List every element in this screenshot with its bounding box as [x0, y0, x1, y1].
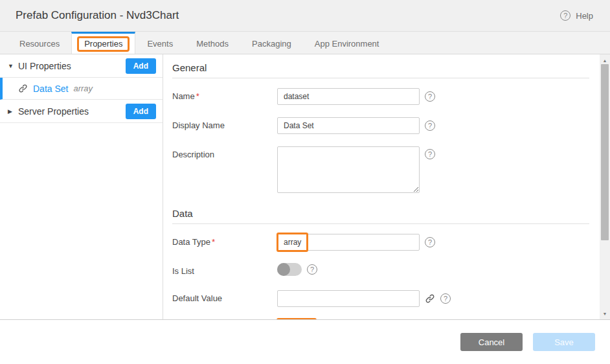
tab-app-environment[interactable]: App Environment — [303, 32, 391, 54]
sidebar-section-server-properties[interactable]: ▶ Server Properties Add — [0, 100, 163, 123]
properties-sidebar: ▼ UI Properties Add Data Set array ▶ Ser… — [0, 54, 163, 319]
cancel-button[interactable]: Cancel — [460, 333, 523, 351]
default-value-label: Default Value — [172, 290, 277, 303]
data-set-item-type: array — [73, 84, 93, 93]
caret-right-icon: ▶ — [8, 108, 18, 115]
dialog-body: ▼ UI Properties Add Data Set array ▶ Ser… — [0, 54, 610, 320]
data-type-label: Data Type* — [172, 234, 277, 247]
display-name-input[interactable] — [277, 117, 420, 134]
tab-packaging[interactable]: Packaging — [240, 32, 303, 54]
property-form: General Name* ? Display Name ? Descripti — [163, 54, 600, 319]
scroll-down-arrow-icon[interactable]: ▼ — [600, 309, 610, 318]
tab-events[interactable]: Events — [135, 32, 185, 54]
default-value-input[interactable] — [277, 290, 420, 307]
vertical-scrollbar[interactable]: ▲ ▼ — [600, 54, 610, 319]
tab-methods[interactable]: Methods — [185, 32, 240, 54]
caret-down-icon: ▼ — [8, 63, 18, 69]
is-list-row: Is List ? — [172, 263, 589, 276]
is-list-toggle[interactable] — [277, 263, 302, 276]
title-bar: Prefab Configuration - Nvd3Chart ? Help — [0, 0, 610, 32]
help-link[interactable]: ? Help — [560, 10, 593, 21]
required-asterisk: * — [196, 91, 199, 101]
add-ui-property-button[interactable]: Add — [126, 58, 156, 74]
data-type-row: Data Type* ? — [172, 234, 589, 251]
default-value-row: Default Value ? — [172, 290, 589, 307]
sidebar-section-ui-properties[interactable]: ▼ UI Properties Add — [0, 54, 163, 78]
description-help-icon[interactable]: ? — [425, 149, 435, 159]
description-row: Description ? — [172, 146, 589, 193]
sidebar-item-data-set[interactable]: Data Set array — [0, 78, 163, 100]
required-asterisk: * — [212, 237, 215, 247]
name-row: Name* ? — [172, 88, 589, 105]
bind-link-icon[interactable] — [425, 293, 435, 304]
general-section-heading: General — [172, 62, 589, 78]
display-name-label: Display Name — [172, 117, 277, 130]
prefab-configuration-dialog: Prefab Configuration - Nvd3Chart ? Help … — [0, 0, 610, 364]
data-section-heading: Data — [172, 208, 589, 224]
dialog-title: Prefab Configuration - Nvd3Chart — [16, 9, 179, 22]
default-value-help-icon[interactable]: ? — [440, 293, 451, 304]
bound-link-icon — [18, 84, 28, 93]
server-properties-label: Server Properties — [18, 106, 126, 117]
is-list-help-icon[interactable]: ? — [307, 264, 317, 275]
help-label: Help — [576, 11, 593, 21]
save-button[interactable]: Save — [533, 333, 595, 351]
dialog-footer: Cancel Save — [0, 320, 610, 364]
data-set-item-label: Data Set — [33, 84, 68, 94]
name-input[interactable] — [277, 88, 420, 105]
description-label: Description — [172, 146, 277, 159]
tab-properties[interactable]: Properties — [71, 32, 135, 54]
help-circle-icon: ? — [560, 10, 570, 21]
data-type-input[interactable] — [277, 234, 420, 251]
scroll-up-arrow-icon[interactable]: ▲ — [600, 56, 610, 65]
toggle-knob — [277, 263, 290, 276]
add-server-property-button[interactable]: Add — [126, 104, 156, 119]
is-list-label: Is List — [172, 263, 277, 276]
name-label: Name* — [172, 88, 277, 101]
ui-properties-label: UI Properties — [18, 61, 126, 71]
annotation-highlight-properties-tab: Properties — [77, 36, 130, 52]
tab-bar: Resources Properties Events Methods Pack… — [0, 32, 610, 54]
display-name-row: Display Name ? — [172, 117, 589, 134]
scrollbar-thumb[interactable] — [601, 64, 609, 240]
description-textarea[interactable] — [277, 146, 420, 193]
data-type-help-icon[interactable]: ? — [425, 237, 435, 247]
tab-properties-label: Properties — [84, 39, 122, 49]
name-help-icon[interactable]: ? — [425, 91, 435, 102]
display-name-help-icon[interactable]: ? — [425, 120, 435, 131]
tab-resources[interactable]: Resources — [8, 32, 71, 54]
